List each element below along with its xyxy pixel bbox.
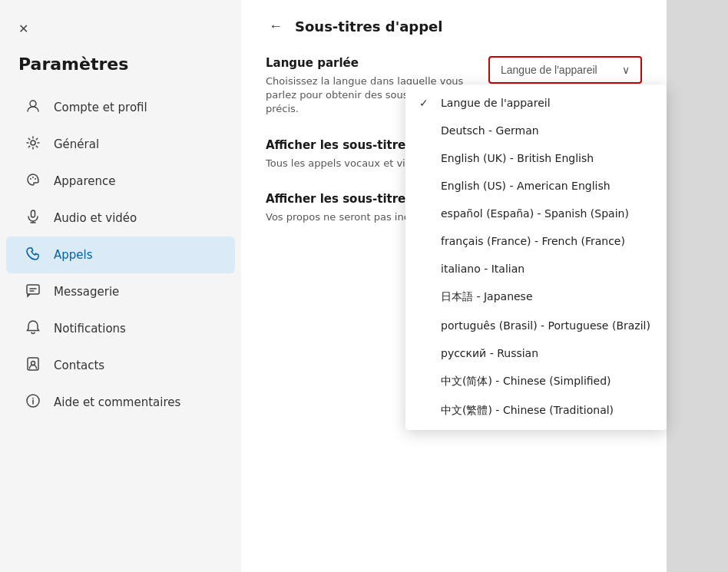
bell-icon	[25, 319, 41, 338]
dropdown-item-japanese[interactable]: 日本語 - Japanese	[405, 283, 667, 312]
sidebar-item-general-label: Général	[54, 137, 99, 151]
langue-parlee-label: Langue parlée	[266, 56, 473, 70]
sidebar-item-audio[interactable]: Audio et vidéo	[6, 200, 235, 236]
dropdown-item-label: français (France) - French (France)	[441, 235, 625, 247]
dropdown-item-portugues[interactable]: português (Brasil) - Portuguese (Brazil)	[405, 312, 667, 339]
sidebar-title: Paramètres	[0, 51, 241, 89]
dropdown-item-label: Langue de l'appareil	[441, 97, 551, 109]
page-title: Sous-titres d'appel	[295, 18, 442, 35]
sidebar-item-audio-label: Audio et vidéo	[54, 211, 137, 225]
dropdown-item-chinese-simplified[interactable]: 中文(简体) - Chinese (Simplified)	[405, 367, 667, 396]
dropdown-item-label: 日本語 - Japanese	[441, 290, 533, 304]
sidebar-item-aide[interactable]: Aide et commentaires	[6, 384, 235, 421]
dropdown-item-label: español (España) - Spanish (Spain)	[441, 207, 629, 220]
dropdown-item-appareil[interactable]: ✓Langue de l'appareil	[405, 89, 667, 117]
phone-icon	[25, 246, 41, 264]
svg-rect-5	[31, 210, 35, 217]
dropdown-item-english-us[interactable]: English (US) - American English	[405, 172, 667, 200]
sidebar-item-appels[interactable]: Appels	[6, 236, 235, 273]
sidebar-close-area: ✕	[0, 12, 241, 51]
person-icon	[25, 98, 41, 117]
info-icon	[25, 393, 41, 412]
right-panel	[667, 0, 728, 572]
sidebar-item-apparence[interactable]: Apparence	[6, 163, 235, 200]
contacts-icon	[25, 356, 41, 375]
dropdown-item-english-uk[interactable]: English (UK) - British English	[405, 144, 667, 172]
langue-dropdown-button[interactable]: Langue de l'appareil ∨	[488, 56, 642, 84]
sidebar-item-aide-label: Aide et commentaires	[54, 395, 180, 409]
sidebar-item-messagerie-label: Messagerie	[54, 285, 119, 299]
svg-point-3	[32, 177, 34, 178]
dropdown-item-label: English (US) - American English	[441, 180, 611, 192]
dropdown-item-francais[interactable]: français (France) - French (France)	[405, 227, 667, 255]
apparence-icon	[25, 172, 41, 190]
microphone-icon	[25, 209, 41, 227]
svg-point-4	[35, 178, 36, 180]
sidebar-item-notifications-label: Notifications	[54, 322, 126, 336]
dropdown-item-label: русский - Russian	[441, 347, 538, 359]
dropdown-item-label: Deutsch - German	[441, 124, 539, 137]
sidebar-item-notifications[interactable]: Notifications	[6, 310, 235, 347]
dropdown-item-italiano[interactable]: italiano - Italian	[405, 255, 667, 283]
dropdown-item-label: italiano - Italian	[441, 263, 524, 275]
svg-point-0	[30, 101, 36, 107]
main-header: ← Sous-titres d'appel	[241, 0, 667, 50]
dropdown-item-label: 中文(简体) - Chinese (Simplified)	[441, 375, 611, 388]
sidebar-item-general[interactable]: Général	[6, 126, 235, 163]
dropdown-item-label: 中文(繁體) - Chinese (Traditional)	[441, 404, 614, 418]
checkmark-icon: ✓	[419, 97, 432, 109]
sidebar-item-compte[interactable]: Compte et profil	[6, 89, 235, 126]
sidebar-item-compte-label: Compte et profil	[54, 101, 147, 114]
dropdown-item-label: English (UK) - British English	[441, 152, 594, 164]
sidebar-item-messagerie[interactable]: Messagerie	[6, 273, 235, 310]
chat-icon	[25, 283, 41, 301]
dropdown-item-deutsch[interactable]: Deutsch - German	[405, 117, 667, 144]
svg-point-1	[31, 141, 35, 145]
sidebar-item-contacts-label: Contacts	[54, 359, 104, 372]
sidebar: ✕ Paramètres Compte et profil Général Ap…	[0, 0, 241, 572]
sidebar-item-contacts[interactable]: Contacts	[6, 347, 235, 384]
dropdown-item-chinese-traditional[interactable]: 中文(繁體) - Chinese (Traditional)	[405, 396, 667, 425]
dropdown-item-espanol[interactable]: español (España) - Spanish (Spain)	[405, 200, 667, 227]
back-button[interactable]: ←	[266, 15, 286, 38]
language-dropdown-menu: ✓Langue de l'appareilDeutsch - GermanEng…	[405, 84, 667, 430]
gear-icon	[25, 135, 41, 154]
dropdown-item-label: português (Brasil) - Portuguese (Brazil)	[441, 319, 650, 332]
dropdown-current-value: Langue de l'appareil	[501, 64, 597, 76]
main-content: ← Sous-titres d'appel Langue parlée Choi…	[241, 0, 667, 572]
svg-point-2	[30, 178, 31, 180]
sidebar-item-appels-label: Appels	[54, 248, 93, 262]
chevron-down-icon: ∨	[622, 64, 630, 76]
dropdown-item-russian[interactable]: русский - Russian	[405, 339, 667, 367]
svg-rect-6	[27, 285, 39, 294]
close-button[interactable]: ✕	[15, 18, 31, 39]
sidebar-item-apparence-label: Apparence	[54, 174, 116, 188]
